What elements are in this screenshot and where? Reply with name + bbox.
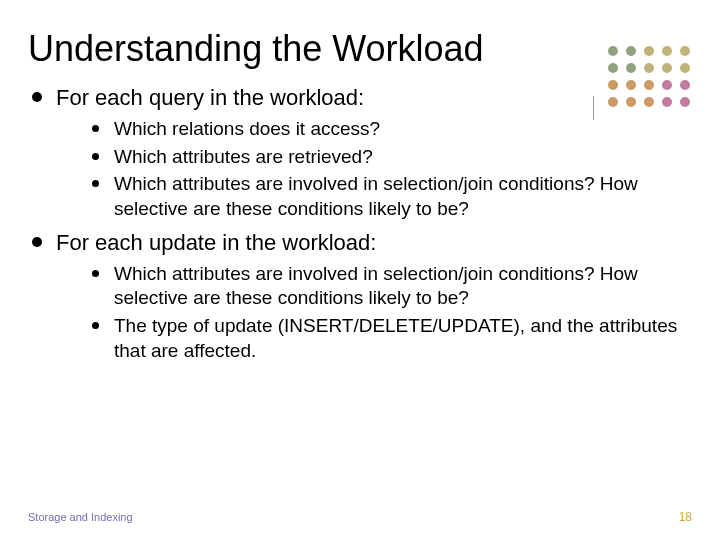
dot-icon xyxy=(626,46,636,56)
dot-icon xyxy=(662,46,672,56)
sub-bullet-text: The type of update (INSERT/DELETE/UPDATE… xyxy=(114,315,677,361)
sub-bullet-item: Which attributes are involved in selecti… xyxy=(68,172,692,221)
dot-icon xyxy=(680,46,690,56)
sub-bullet-list: Which relations does it access? Which at… xyxy=(56,117,692,222)
slide-title: Understanding the Workload xyxy=(28,28,692,69)
slide-footer: Storage and Indexing 18 xyxy=(28,510,692,524)
bullet-list: For each query in the workload: Which re… xyxy=(28,83,692,363)
sub-bullet-text: Which attributes are involved in selecti… xyxy=(114,173,638,219)
dot-icon xyxy=(644,46,654,56)
dot-icon xyxy=(644,63,654,73)
sub-bullet-item: Which attributes are retrieved? xyxy=(68,145,692,170)
sub-bullet-item: Which relations does it access? xyxy=(68,117,692,142)
dot-icon xyxy=(662,63,672,73)
dot-icon xyxy=(608,63,618,73)
dot-row xyxy=(608,63,690,73)
footer-text: Storage and Indexing xyxy=(28,511,133,523)
sub-bullet-list: Which attributes are involved in selecti… xyxy=(56,262,692,364)
dot-icon xyxy=(608,46,618,56)
sub-bullet-item: Which attributes are involved in selecti… xyxy=(68,262,692,311)
bullet-text: For each update in the workload: xyxy=(56,230,376,255)
sub-bullet-text: Which attributes are involved in selecti… xyxy=(114,263,638,309)
sub-bullet-item: The type of update (INSERT/DELETE/UPDATE… xyxy=(68,314,692,363)
slide: Understanding the Workload For each quer… xyxy=(0,0,720,540)
sub-bullet-text: Which relations does it access? xyxy=(114,118,380,139)
dot-icon xyxy=(680,63,690,73)
bullet-text: For each query in the workload: xyxy=(56,85,364,110)
bullet-item: For each update in the workload: Which a… xyxy=(28,228,692,363)
slide-number: 18 xyxy=(679,510,692,524)
dot-row xyxy=(608,46,690,56)
sub-bullet-text: Which attributes are retrieved? xyxy=(114,146,373,167)
dot-icon xyxy=(626,63,636,73)
slide-body: For each query in the workload: Which re… xyxy=(28,83,692,363)
bullet-item: For each query in the workload: Which re… xyxy=(28,83,692,221)
